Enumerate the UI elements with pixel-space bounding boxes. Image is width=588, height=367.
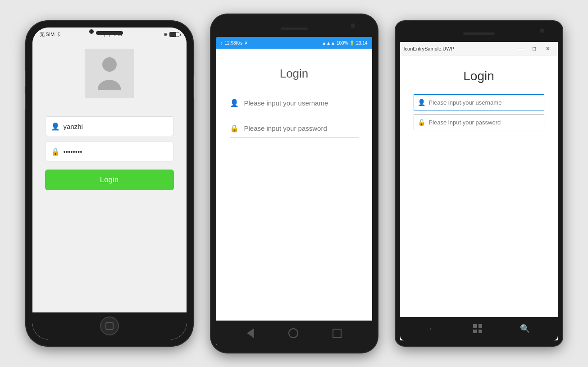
uwp-win-tile-1	[473, 324, 477, 328]
uwp-user-icon: 👤	[418, 99, 425, 106]
iphone-camera	[96, 31, 123, 35]
uwp-lock-icon: 🔒	[418, 119, 425, 126]
iphone-carrier: 无 SIM 卡	[40, 31, 61, 38]
android-camera	[351, 23, 355, 28]
user-icon: 👤	[51, 122, 60, 131]
uwp-win-tile-4	[479, 330, 483, 334]
android-status-right: ▲▲▲ 100% 🔋 23:14	[322, 41, 367, 46]
android-user-icon: 👤	[230, 99, 239, 107]
iphone-screen: 无 SIM 卡 下午4:46 ⊕ 👤 🔒	[32, 28, 187, 339]
lock-status-icon: ⊕	[164, 32, 168, 37]
uwp-speaker	[463, 32, 495, 35]
android-back-button[interactable]	[247, 328, 254, 338]
iphone-login-content: 👤 🔒 Login	[32, 40, 187, 312]
android-nav-bar	[216, 321, 372, 345]
android-signal-icon: ↕	[221, 41, 223, 46]
iphone-username-input[interactable]	[64, 123, 168, 130]
android-signal-bars: ▲▲▲	[322, 41, 335, 46]
uwp-screen: IconEntrySample.UWP — □ ✕ Login 👤 🔒 ←	[400, 42, 558, 340]
android-status-left: ↕ 12.98K/s ✗	[221, 41, 248, 46]
android-username-field[interactable]: 👤	[230, 94, 359, 112]
uwp-password-field[interactable]: 🔒	[414, 114, 544, 130]
iphone-battery-area: ⊕	[164, 32, 179, 37]
uwp-login-title: Login	[463, 69, 494, 83]
android-recents-button[interactable]	[333, 329, 342, 338]
uwp-phone-top	[400, 27, 558, 40]
home-button-inner	[105, 322, 114, 330]
uwp-device: IconEntrySample.UWP — □ ✕ Login 👤 🔒 ←	[396, 21, 562, 346]
iphone-login-button[interactable]: Login	[45, 170, 174, 190]
avatar-body	[98, 73, 121, 90]
uwp-phone-bottom: ← 🔍	[400, 317, 558, 340]
uwp-windows-button[interactable]	[473, 324, 482, 333]
uwp-titlebar: IconEntrySample.UWP — □ ✕	[400, 42, 558, 55]
android-time: 23:14	[356, 41, 367, 46]
iphone-front-camera	[89, 29, 94, 34]
android-device: ↕ 12.98K/s ✗ ▲▲▲ 100% 🔋 23:14 Login 👤 🔒	[211, 14, 378, 353]
android-password-field[interactable]: 🔒	[230, 119, 359, 138]
lock-icon: 🔒	[51, 147, 60, 156]
android-login-title: Login	[280, 67, 309, 81]
iphone-password-field[interactable]: 🔒	[45, 142, 174, 161]
uwp-password-input[interactable]	[429, 119, 540, 126]
iphone-password-input[interactable]	[64, 148, 168, 156]
uwp-maximize-button[interactable]: □	[528, 44, 541, 54]
home-button[interactable]	[100, 317, 119, 335]
android-home-button[interactable]	[288, 328, 298, 338]
android-battery-icon: 🔋	[349, 41, 355, 46]
android-username-input[interactable]	[244, 99, 359, 107]
iphone-vol-down	[25, 93, 26, 109]
uwp-close-button[interactable]: ✕	[542, 44, 554, 54]
android-login-content: Login 👤 🔒	[216, 49, 372, 321]
uwp-camera	[540, 28, 544, 33]
uwp-username-field[interactable]: 👤	[414, 94, 544, 110]
avatar-box	[85, 49, 134, 98]
android-battery: 100%	[337, 41, 348, 46]
uwp-username-input[interactable]	[429, 99, 540, 106]
uwp-window-controls: — □ ✕	[515, 44, 554, 54]
uwp-minimize-button[interactable]: —	[515, 44, 527, 54]
battery-fill	[170, 32, 176, 37]
uwp-login-content: Login 👤 🔒	[400, 55, 558, 317]
avatar-person	[98, 57, 121, 90]
android-speaker	[281, 28, 308, 30]
avatar-head	[102, 57, 117, 72]
iphone-home-area	[32, 312, 187, 339]
uwp-win-tile-2	[479, 324, 483, 328]
android-lock-icon: 🔒	[230, 124, 239, 133]
android-top-bar	[216, 22, 372, 36]
android-screen: ↕ 12.98K/s ✗ ▲▲▲ 100% 🔋 23:14 Login 👤 🔒	[216, 37, 372, 345]
iphone-vol-up	[25, 71, 26, 87]
uwp-win-tile-3	[473, 330, 477, 334]
android-password-input[interactable]	[244, 124, 359, 132]
uwp-app-name: IconEntrySample.UWP	[404, 46, 515, 51]
android-wifi-icon: ✗	[244, 41, 248, 46]
iphone-device: 无 SIM 卡 下午4:46 ⊕ 👤 🔒	[26, 21, 193, 346]
iphone-side-btn	[193, 75, 194, 98]
uwp-search-button[interactable]: 🔍	[520, 324, 530, 334]
android-status-bar: ↕ 12.98K/s ✗ ▲▲▲ 100% 🔋 23:14	[216, 37, 372, 49]
iphone-username-field[interactable]: 👤	[45, 116, 174, 136]
battery-icon	[169, 32, 179, 37]
android-speed: 12.98K/s	[225, 41, 242, 46]
uwp-back-button[interactable]: ←	[428, 324, 436, 334]
